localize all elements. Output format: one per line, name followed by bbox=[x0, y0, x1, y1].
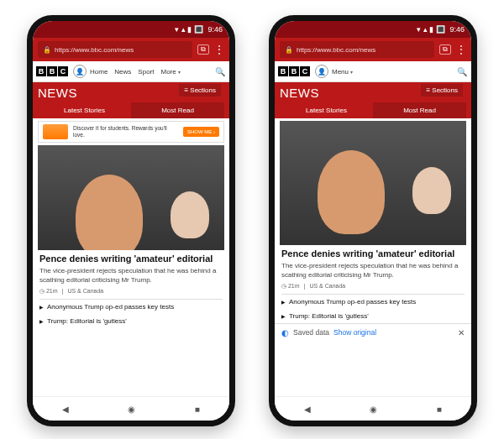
home-icon[interactable]: ◉ bbox=[370, 405, 377, 414]
site-top-nav: BBC 👤 Menu ▾ 🔍 bbox=[275, 61, 471, 82]
screen-right: ▾ ▴ ▮ 🔳 9:46 🔒 https://www.bbc.com/news … bbox=[275, 21, 471, 421]
recent-icon[interactable]: ■ bbox=[195, 405, 200, 414]
article-summary: The vice-president rejects speculation t… bbox=[281, 262, 465, 280]
back-icon[interactable]: ◀ bbox=[62, 405, 69, 414]
news-header: Sections NEWS Latest Stories Most Read bbox=[275, 82, 471, 118]
article-summary: The vice-president rejects speculation t… bbox=[39, 267, 223, 285]
article-meta: 21m | US & Canada bbox=[39, 288, 223, 295]
back-icon[interactable]: ◀ bbox=[304, 405, 311, 414]
nav-home[interactable]: Home bbox=[90, 68, 108, 76]
device-nav-bar: ◀ ◉ ■ bbox=[275, 396, 471, 421]
article-hero-image[interactable] bbox=[280, 121, 466, 245]
signin-icon[interactable]: 👤 bbox=[315, 65, 328, 78]
clock-icon: 21m bbox=[281, 283, 300, 290]
phone-left: ▾ ▴ ▮ 🔳 9:46 🔒 https://www.bbc.com/news … bbox=[27, 15, 235, 426]
browser-menu-icon[interactable]: ⋮ bbox=[214, 44, 224, 55]
signin-icon[interactable]: 👤 bbox=[73, 65, 87, 78]
article-main: Pence denies writing 'amateur' editorial… bbox=[33, 250, 229, 295]
site-top-nav: BBC 👤 Home News Sport More ▾ 🔍 bbox=[33, 61, 229, 82]
recent-icon[interactable]: ■ bbox=[437, 405, 442, 414]
ad-text: Discover it for students. Rewards you'll… bbox=[73, 125, 178, 138]
lock-icon: 🔒 bbox=[43, 46, 51, 54]
nav-sport[interactable]: Sport bbox=[138, 68, 154, 76]
ad-cta-button[interactable]: SHOW ME › bbox=[183, 127, 219, 137]
device-nav-bar: ◀ ◉ ■ bbox=[33, 396, 229, 421]
related-link-2[interactable]: Trump: Editorial is 'gutless' bbox=[33, 314, 229, 328]
article-meta: 21m | US & Canada bbox=[281, 283, 465, 290]
search-icon[interactable]: 🔍 bbox=[457, 67, 467, 76]
chevron-down-icon[interactable]: ▾ bbox=[178, 69, 181, 75]
related-link-2[interactable]: Trump: Editorial is 'gutless' bbox=[275, 309, 471, 323]
browser-url-bar: 🔒 https://www.bbc.com/news ⧉ ⋮ bbox=[33, 38, 229, 61]
home-icon[interactable]: ◉ bbox=[128, 405, 135, 414]
related-link-1[interactable]: Anonymous Trump op-ed passes key tests bbox=[33, 300, 229, 314]
browser-menu-icon[interactable]: ⋮ bbox=[456, 44, 466, 55]
news-tabs: Latest Stories Most Read bbox=[38, 102, 224, 118]
tab-mostread[interactable]: Most Read bbox=[373, 102, 466, 118]
status-bar: ▾ ▴ ▮ 🔳 9:46 bbox=[275, 21, 471, 38]
bbc-logo[interactable]: BBC bbox=[278, 66, 310, 76]
tabs-button[interactable]: ⧉ bbox=[439, 44, 451, 55]
related-link-1[interactable]: Anonymous Trump op-ed passes key tests bbox=[275, 295, 471, 309]
saved-data-bar: ◐ Saved data Show original ✕ bbox=[275, 323, 471, 342]
sections-button[interactable]: Sections bbox=[179, 84, 221, 97]
tab-latest[interactable]: Latest Stories bbox=[280, 102, 373, 118]
article-main: Pence denies writing 'amateur' editorial… bbox=[275, 245, 471, 290]
bbc-logo[interactable]: BBC bbox=[36, 66, 68, 76]
search-icon[interactable]: 🔍 bbox=[215, 67, 225, 76]
phone-right: ▾ ▴ ▮ 🔳 9:46 🔒 https://www.bbc.com/news … bbox=[269, 15, 477, 426]
article-section[interactable]: US & Canada bbox=[309, 283, 345, 289]
nav-menu[interactable]: Menu bbox=[332, 68, 349, 76]
status-bar: ▾ ▴ ▮ 🔳 9:46 bbox=[33, 21, 229, 38]
url-field[interactable]: 🔒 https://www.bbc.com/news bbox=[280, 41, 434, 58]
article-title[interactable]: Pence denies writing 'amateur' editorial bbox=[39, 253, 223, 264]
clock-icon: 21m bbox=[39, 288, 58, 295]
sections-button[interactable]: Sections bbox=[421, 84, 463, 97]
screen-left: ▾ ▴ ▮ 🔳 9:46 🔒 https://www.bbc.com/news … bbox=[33, 21, 229, 421]
close-icon[interactable]: ✕ bbox=[458, 328, 465, 337]
tab-latest[interactable]: Latest Stories bbox=[38, 102, 131, 118]
article-section[interactable]: US & Canada bbox=[67, 288, 103, 294]
news-header: Sections NEWS Latest Stories Most Read bbox=[33, 82, 229, 118]
chevron-down-icon[interactable]: ▾ bbox=[350, 69, 353, 75]
saved-label: Saved data bbox=[293, 328, 329, 337]
browser-url-bar: 🔒 https://www.bbc.com/news ⧉ ⋮ bbox=[275, 38, 471, 61]
url-field[interactable]: 🔒 https://www.bbc.com/news bbox=[38, 41, 192, 58]
info-icon: ◐ bbox=[281, 328, 289, 337]
nav-more[interactable]: More bbox=[160, 68, 176, 76]
lock-icon: 🔒 bbox=[285, 46, 293, 54]
news-tabs: Latest Stories Most Read bbox=[280, 102, 466, 118]
article-hero-image[interactable] bbox=[38, 145, 224, 250]
tabs-button[interactable]: ⧉ bbox=[197, 44, 209, 55]
nav-news[interactable]: News bbox=[114, 68, 131, 76]
tab-mostread[interactable]: Most Read bbox=[131, 102, 224, 118]
ad-logo bbox=[43, 124, 68, 139]
ad-banner[interactable]: Discover it for students. Rewards you'll… bbox=[38, 121, 224, 143]
show-original-link[interactable]: Show original bbox=[333, 328, 376, 337]
article-title[interactable]: Pence denies writing 'amateur' editorial bbox=[281, 248, 465, 259]
